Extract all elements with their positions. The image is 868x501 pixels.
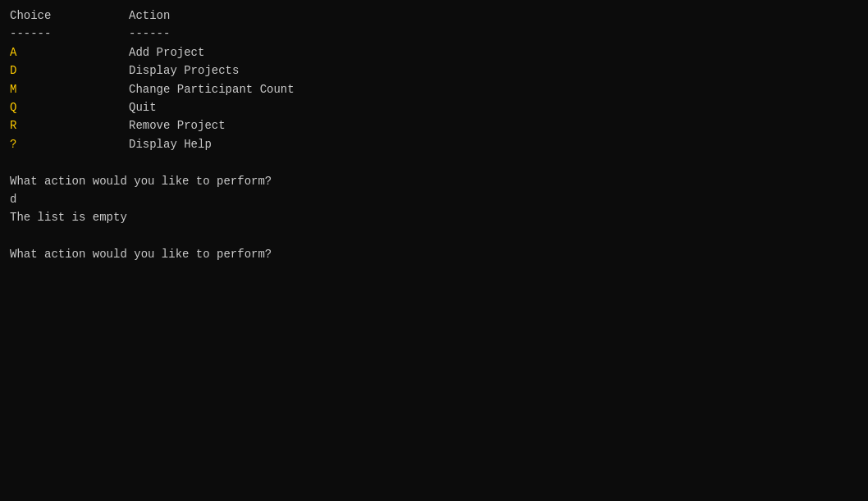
prompt-1: What action would you like to perform? xyxy=(10,172,858,190)
terminal-window: Choice Action ------ ------ A Add Projec… xyxy=(10,7,858,494)
menu-action-a: Add Project xyxy=(129,43,204,61)
menu-key-r: R xyxy=(10,116,129,134)
menu-key-q: Q xyxy=(10,98,129,116)
menu-key-m: M xyxy=(10,80,129,98)
menu-item-m: M Change Participant Count xyxy=(10,80,858,98)
prompt-2[interactable]: What action would you like to perform? xyxy=(10,245,858,263)
action-header: Action xyxy=(129,7,170,25)
menu-key-a: A xyxy=(10,43,129,61)
user-input-1: d xyxy=(10,190,858,208)
action-divider: ------ xyxy=(129,25,170,43)
spacer-1 xyxy=(10,153,858,171)
divider-row: ------ ------ xyxy=(10,25,858,43)
menu-item-a: A Add Project xyxy=(10,43,858,61)
spacer-2 xyxy=(10,227,858,245)
menu-action-r: Remove Project xyxy=(129,116,226,134)
choice-header: Choice xyxy=(10,7,129,25)
header-row: Choice Action xyxy=(10,7,858,25)
menu-action-help: Display Help xyxy=(129,135,212,153)
menu-action-q: Quit xyxy=(129,98,157,116)
menu-item-q: Q Quit xyxy=(10,98,858,116)
menu-action-m: Change Participant Count xyxy=(129,80,295,98)
choice-divider: ------ xyxy=(10,25,129,43)
menu-action-d: Display Projects xyxy=(129,61,239,80)
menu-item-d: D Display Projects xyxy=(10,61,858,80)
menu-key-help: ? xyxy=(10,135,129,153)
menu-item-help: ? Display Help xyxy=(10,135,858,153)
menu-key-d: D xyxy=(10,61,129,80)
menu-item-r: R Remove Project xyxy=(10,116,858,134)
response-1: The list is empty xyxy=(10,208,858,226)
